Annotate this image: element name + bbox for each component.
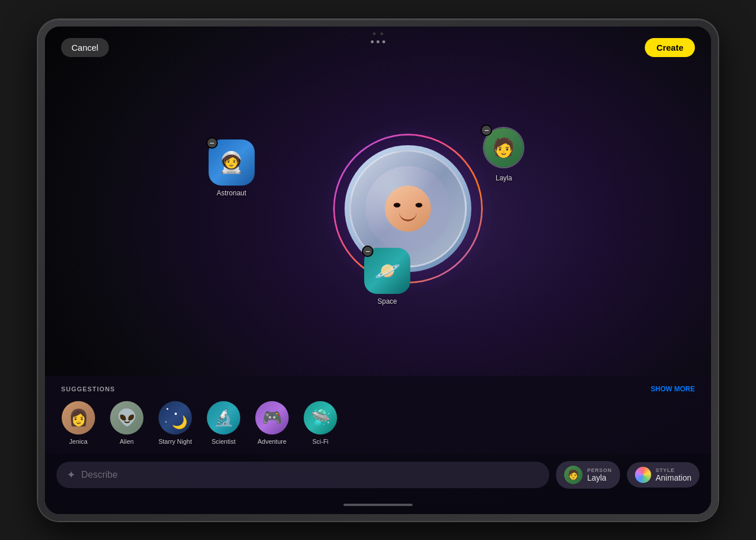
suggestion-label-alien: Alien xyxy=(120,438,134,445)
dot-3 xyxy=(383,40,385,43)
dots-menu[interactable] xyxy=(371,40,385,43)
minus-badge-space[interactable]: − xyxy=(362,246,373,257)
tablet-screen: Cancel Create xyxy=(45,27,711,514)
suggestion-icon-scientist: 🔬 xyxy=(207,401,240,435)
dot-1 xyxy=(371,40,374,43)
style-chip-orb xyxy=(635,467,651,483)
style-chip[interactable]: STYLE Animation xyxy=(627,462,700,488)
suggestions-title: SUGGESTIONS xyxy=(61,386,115,392)
eye-right xyxy=(415,203,422,207)
suggestion-label-sci-fi: Sci-Fi xyxy=(312,438,328,445)
suggestion-label-jenica: Jenica xyxy=(69,438,88,445)
suggestion-icon-alien: 👽 xyxy=(110,401,143,435)
sparkle-icon: ✦ xyxy=(67,469,75,481)
star-1 xyxy=(167,408,168,410)
style-chip-info: STYLE Animation xyxy=(656,467,691,482)
style-chip-value: Animation xyxy=(656,473,691,482)
avatar-scene: − 🧑‍🚀 Astronaut − 🧑 xyxy=(45,57,711,376)
suggestion-item-starry-night[interactable]: 🌙 Starry Night xyxy=(158,401,192,445)
style-chip-category: STYLE xyxy=(656,467,691,473)
suggestion-icon-sci-fi: 🛸 xyxy=(304,401,337,435)
suggestions-header: SUGGESTIONS SHOW MORE xyxy=(61,385,695,393)
suggestions-list: 👩 Jenica 👽 Alien xyxy=(61,401,695,445)
tablet-device: Cancel Create xyxy=(38,20,718,521)
floating-layla-element[interactable]: − 🧑 Layla xyxy=(483,127,524,182)
helmet-visor xyxy=(365,166,451,251)
floating-astronaut-element[interactable]: − 🧑‍🚀 Astronaut xyxy=(209,139,255,197)
astronaut-label: Astronaut xyxy=(209,189,255,197)
show-more-button[interactable]: SHOW MORE xyxy=(651,385,695,393)
suggestion-item-adventure[interactable]: 🎮 Adventure xyxy=(255,401,289,445)
floating-space-element[interactable]: − 🪐 Space xyxy=(364,248,410,305)
suggestion-icon-adventure: 🎮 xyxy=(255,401,289,435)
face-smile xyxy=(399,213,417,221)
dot-2 xyxy=(377,40,380,43)
eye-left xyxy=(394,203,400,207)
bottom-bar: ✦ Describe 🧑 PERSON Layla STYLE xyxy=(45,454,711,500)
describe-input-container[interactable]: ✦ Describe xyxy=(56,462,549,488)
suggestion-item-scientist[interactable]: 🔬 Scientist xyxy=(206,401,241,445)
person-chip-category: PERSON xyxy=(587,467,612,473)
suggestion-label-starry-night: Starry Night xyxy=(158,438,192,445)
suggestion-icon-starry-night: 🌙 xyxy=(158,401,192,435)
suggestion-label-scientist: Scientist xyxy=(211,438,236,445)
star-3 xyxy=(165,421,167,422)
main-screen: Cancel Create xyxy=(45,27,711,514)
suggestion-icon-jenica: 👩 xyxy=(62,401,95,435)
person-chip-avatar: 🧑 xyxy=(564,466,583,484)
layla-label: Layla xyxy=(483,174,524,182)
top-bar: Cancel Create xyxy=(45,27,711,57)
suggestions-panel: SUGGESTIONS SHOW MORE 👩 Jenica 👽 xyxy=(45,376,711,454)
home-indicator-container xyxy=(45,500,711,514)
person-chip-info: PERSON Layla xyxy=(587,467,612,482)
person-chip[interactable]: 🧑 PERSON Layla xyxy=(556,461,620,489)
describe-placeholder: Describe xyxy=(81,470,118,480)
face-inside xyxy=(385,186,431,232)
starry-night-visual: 🌙 xyxy=(158,401,192,435)
space-label: Space xyxy=(364,297,410,305)
create-button[interactable]: Create xyxy=(645,38,695,57)
cancel-button[interactable]: Cancel xyxy=(61,38,109,57)
suggestion-item-sci-fi[interactable]: 🛸 Sci-Fi xyxy=(303,401,338,445)
person-chip-value: Layla xyxy=(587,473,612,482)
suggestion-item-jenica[interactable]: 👩 Jenica xyxy=(61,401,96,445)
planet-emoji: 🪐 xyxy=(375,259,400,283)
minus-badge-astronaut[interactable]: − xyxy=(206,137,218,149)
suggestion-item-alien[interactable]: 👽 Alien xyxy=(109,401,144,445)
suggestion-label-adventure: Adventure xyxy=(258,438,286,445)
home-indicator xyxy=(343,504,413,506)
